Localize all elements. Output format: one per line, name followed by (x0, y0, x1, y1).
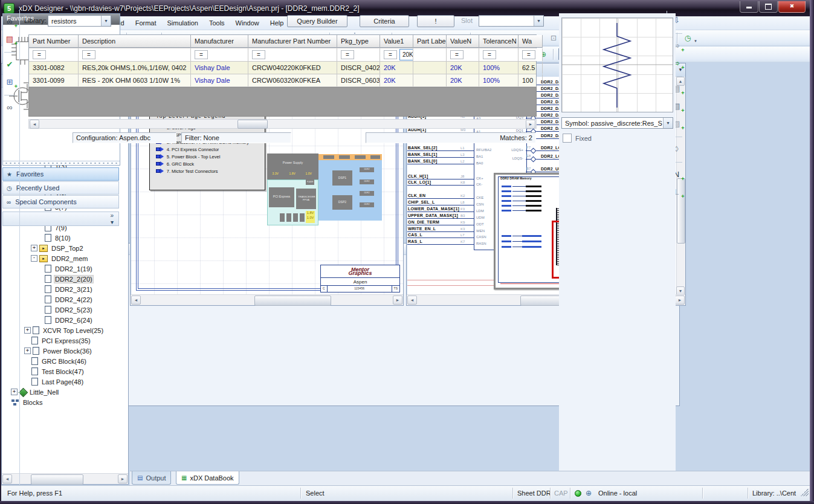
slot-select[interactable]: ▼ (479, 15, 544, 27)
library-select[interactable]: resistors▼ (48, 15, 111, 27)
tree-item-dsp-top2[interactable]: +▸DSP_Top2 (2, 243, 128, 253)
legend-item-text: Power Block - Top Level (172, 154, 220, 160)
tree-item-blocks[interactable]: Blocks (2, 397, 128, 407)
column-header-description[interactable]: Description (79, 35, 191, 48)
splitter-handle[interactable] (3, 161, 120, 165)
legend-item[interactable]: 7.Mictor Test Connectors (156, 167, 265, 175)
tree-item-grc-block-46-[interactable]: GRC Block(46) (2, 356, 128, 366)
filter-operator[interactable]: = (82, 50, 95, 59)
zoom-status-icon[interactable]: ⊕ (586, 489, 592, 497)
page-icon (31, 337, 38, 344)
parts-table[interactable]: Part NumberDescriptionManufacturerManufa… (28, 34, 537, 88)
tree-item-ddr2-1-19-[interactable]: DDR2_1(19) (2, 263, 128, 274)
maximize-button[interactable] (759, 1, 778, 13)
minimize-button[interactable] (740, 1, 758, 13)
tree-item-power-block-36-[interactable]: +Power Block(36) (2, 346, 128, 356)
tree-item-ddr2-6-24-[interactable]: DDR2_6(24) (2, 315, 128, 325)
tree-item-ddr2-4-22-[interactable]: DDR2_4(22) (2, 294, 128, 305)
filter-operator[interactable]: = (483, 50, 496, 59)
symbol-preview: Symbol: passive_discrete:Res_S▼ Fixed (559, 13, 676, 500)
column-header-pkg-type[interactable]: Pkg_type (337, 35, 380, 48)
column-header-value1[interactable]: Value1 (380, 35, 413, 48)
filter-cell[interactable]: = (447, 48, 479, 61)
filter-operator[interactable]: = (341, 50, 354, 59)
tree-item-little-nell[interactable]: +Little_Nell (2, 387, 128, 397)
filter-cell[interactable]: = (479, 48, 518, 61)
tree-item-test-block-47-[interactable]: Test Block(47) (2, 366, 128, 376)
column-header-wa[interactable]: Wa (518, 35, 543, 48)
column-header-manufacturer[interactable]: Manufacturer (191, 35, 248, 48)
filter-operator[interactable]: = (450, 50, 464, 59)
tree-item-8-10-[interactable]: 8(10) (2, 233, 128, 243)
tree-item-ddr2-2-20-[interactable]: DDR2_2(20) (2, 274, 128, 284)
symbol-select[interactable]: Symbol: passive_discrete:Res_S▼ (561, 117, 673, 129)
resize-grip[interactable] (801, 488, 809, 496)
filter-operator[interactable]: = (384, 50, 397, 59)
filter-operator[interactable]: = (252, 50, 265, 59)
plus-badge-icon: + (681, 108, 684, 114)
pin-number: K9 (460, 221, 465, 224)
tree-item-ddr2-mem[interactable]: -▸DDR2_mem (2, 253, 128, 263)
find-in-design-icon[interactable]: ∞ (4, 102, 16, 114)
tab-output[interactable]: ▤Output (132, 471, 171, 485)
page-icon (33, 326, 39, 334)
symbol-preview-canvas (561, 18, 673, 112)
tree-item-ddr2-5-23-[interactable]: DDR2_5(23) (2, 305, 128, 315)
expand-toggle-icon[interactable]: + (31, 245, 37, 251)
filter-cell[interactable] (413, 48, 447, 61)
value-filter-input[interactable]: 20K▼ (399, 49, 413, 60)
filter-operator[interactable]: = (522, 50, 535, 59)
filter-operator[interactable]: = (33, 50, 46, 59)
flash-block: FLASH (306, 178, 314, 185)
fixed-checkbox[interactable] (563, 134, 572, 143)
add-to-partlist-icon[interactable]: ⊞+ (4, 76, 16, 88)
link-arrow-icon (156, 147, 164, 152)
navigator-hscrollbar[interactable]: ◄ ► (2, 473, 128, 484)
title-block: MentorGraphics Aspen C123456TS (320, 265, 400, 292)
table-cell: CRCW060320K0FKEA (248, 74, 337, 86)
table-cell: 100% (479, 62, 518, 74)
pane1-hscrollbar[interactable]: ◄ ► (131, 294, 403, 305)
filter-cell[interactable]: = (337, 48, 380, 61)
legend-item[interactable]: 5.Power Block - Top Level (156, 153, 265, 160)
tree-item-xcvr-top-level-25-[interactable]: +XCVR Top Level(25) (2, 325, 128, 335)
add-library-icon[interactable]: ▤+ (4, 33, 16, 45)
legend-item[interactable]: 6.GRC Block (156, 160, 265, 167)
column-header-manufacturer-part-number[interactable]: Manufacturer Part Number (248, 35, 337, 48)
query-builder-button[interactable]: Query Builder (287, 15, 347, 27)
pin-number: K7 (460, 240, 465, 244)
expand-toggle-icon[interactable]: - (31, 255, 37, 262)
filter-cell[interactable]: = (79, 48, 191, 61)
expand-toggle-icon[interactable]: + (24, 327, 31, 334)
tab-xdx-databook[interactable]: ▦xDX DataBook (176, 471, 239, 485)
tree-item-pci-express-35-[interactable]: PCI Express(35) (2, 335, 128, 346)
fixed-label: Fixed (575, 135, 592, 142)
filter-operator[interactable]: = (195, 50, 208, 59)
filter-cell[interactable]: = (191, 48, 248, 61)
table-row[interactable]: 3301-0099RES - 20K OHM 0603 1/10W 1%Vish… (29, 74, 536, 87)
filter-cell[interactable]: = (248, 48, 337, 61)
column-header-part-label[interactable]: Part Label (413, 35, 447, 48)
filter-cell[interactable]: = (29, 48, 79, 61)
databook-left-toolbar: ∞+▤+✔⊞+∞ (0, 11, 20, 504)
table-hscrollbar[interactable]: ◄ ► (28, 119, 537, 129)
ddr3-block (286, 213, 291, 222)
column-header-part-number[interactable]: Part Number (29, 35, 79, 48)
close-button[interactable]: ✖ (778, 1, 806, 13)
column-header-tolerancen[interactable]: ToleranceN (479, 35, 518, 48)
tree-item-ddr2-3-21-[interactable]: DDR2_3(21) (2, 284, 128, 294)
filter-cell[interactable]: = (518, 48, 543, 61)
filter-cell[interactable]: =20K▼ (380, 48, 413, 61)
legend-item[interactable]: 4.PCI Express Connector (156, 146, 265, 153)
table-cell: DISCR_0603 (337, 74, 380, 86)
net-label: WRITE_EN_L (408, 227, 436, 231)
search-parts-icon[interactable]: ∞+ (4, 16, 16, 28)
table-row[interactable]: 3301-0082RES,20k OHMS,1.0%,1/16W, 0402Vi… (29, 62, 536, 74)
plus-badge-icon: + (15, 41, 18, 47)
apply-button[interactable]: ! (417, 15, 454, 27)
place-selected-part-icon[interactable]: ✔ (4, 59, 16, 71)
column-header-valuen[interactable]: ValueN (447, 35, 479, 48)
criteria-button[interactable]: Criteria (360, 15, 409, 27)
tree-item-last-page-48-[interactable]: Last Page(48) (2, 376, 128, 387)
expand-toggle-icon[interactable]: + (24, 347, 31, 354)
